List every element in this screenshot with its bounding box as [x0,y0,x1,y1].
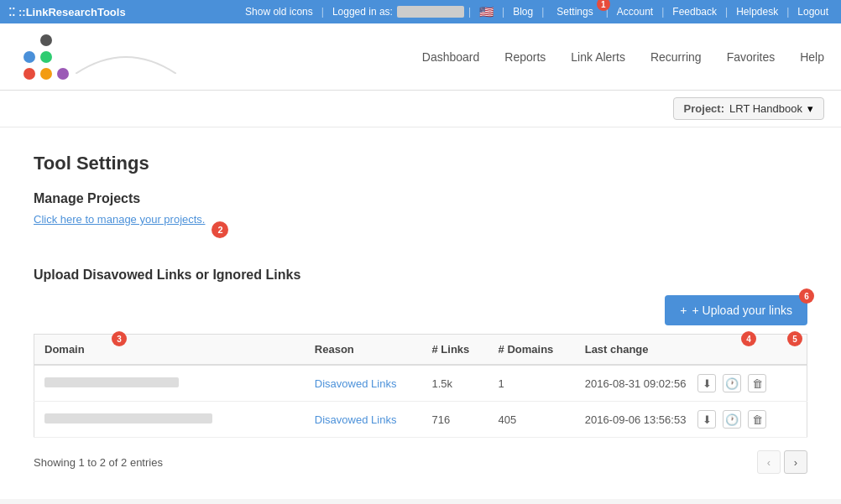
brand-dots: ⁚⁚ [8,6,15,18]
col-reason: Reason [305,335,422,366]
nav-dashboard[interactable]: Dashboard [422,50,480,64]
table-row: Disavowed Links 1.5k 1 2016-08-31 09:02:… [34,365,807,402]
blog-link[interactable]: Blog [509,6,537,18]
upload-btn-wrapper: + + Upload your links 6 [34,295,807,325]
domain-placeholder-2 [44,413,212,423]
domain-placeholder [44,377,179,387]
project-label: Project: [684,102,724,115]
nav-favorites[interactable]: Favorites [727,50,776,64]
curve-svg [76,40,176,74]
row1-reason-link[interactable]: Disavowed Links [315,377,397,390]
col-domain: Domain 3 [34,335,305,366]
row1-links: 1.5k [422,365,488,402]
disavowed-links-table: Domain 3 Reason # Links # Domains Last c… [34,334,807,438]
row2-domains: 405 [488,402,575,438]
row2-last-change: 2016-09-06 13:56:53 ⬇ 🕐 🗑 [575,402,807,438]
main-content: Tool Settings Manage Projects Click here… [0,127,841,499]
show-old-icons-link[interactable]: Show old icons [241,6,317,18]
row1-delete-icon[interactable]: 🗑 [748,374,766,392]
nav-link-alerts[interactable]: Link Alerts [571,50,625,64]
table-entries-count: Showing 1 to 2 of 2 entries [34,456,163,469]
dot-spacer3 [57,51,69,63]
row1-domains: 1 [488,365,575,402]
pagination: ‹ › [757,450,807,474]
upload-links-button[interactable]: + + Upload your links [665,295,807,325]
upload-badge: 6 [799,288,814,304]
dot-red [24,68,35,80]
table-header: Domain 3 Reason # Links # Domains Last c… [34,335,807,366]
logged-in-label: Logged in as: [328,6,397,18]
flag-icon: 🇺🇸 [475,5,498,18]
project-selector-button[interactable]: Project: LRT Handbook ▾ [673,97,824,120]
row2-download-icon[interactable]: ⬇ [697,410,716,429]
username-display [397,6,464,18]
plus-icon: + [680,304,687,317]
col-last-change: Last change 4 5 [575,335,807,366]
logo-dots [17,28,76,86]
row1-download-icon[interactable]: ⬇ [697,374,716,392]
col-domain-badge: 3 [112,331,127,346]
manage-projects-title: Manage Projects [34,191,807,206]
col-actions-badge: 5 [787,331,802,346]
row2-domain [34,402,305,438]
logo-curve [76,40,176,74]
table-header-row: Domain 3 Reason # Links # Domains Last c… [34,335,807,366]
col-lastchange-badge: 4 [741,331,756,346]
row1-reason: Disavowed Links [305,365,422,402]
header: Dashboard Reports Link Alerts Recurring … [0,23,841,91]
row2-delete-icon[interactable]: 🗑 [748,410,766,429]
col-domains: # Domains [488,335,575,366]
project-name: LRT Handbook [729,102,802,115]
row2-reason: Disavowed Links [305,402,422,438]
nav-recurring[interactable]: Recurring [650,50,702,64]
page-title: Tool Settings [34,153,807,174]
logo-area [17,28,176,86]
row2-history-icon[interactable]: 🕐 [723,410,741,429]
dot-yellow [40,68,52,80]
table-footer: Showing 1 to 2 of 2 entries ‹ › [34,450,807,474]
dot-spacer2 [57,34,69,46]
row1-last-change: 2016-08-31 09:02:56 ⬇ 🕐 🗑 [575,365,807,402]
feedback-link[interactable]: Feedback [668,6,721,18]
brand-name: ::LinkResearchTools [18,6,126,18]
project-selector-bar: Project: LRT Handbook ▾ [0,91,841,127]
nav-help[interactable]: Help [800,50,824,64]
settings-link[interactable]: Settings 1 [548,6,601,18]
top-nav: Show old icons | Logged in as: | 🇺🇸 | Bl… [241,5,833,18]
main-nav: Dashboard Reports Link Alerts Recurring … [422,50,824,64]
dot-spacer [24,34,35,46]
prev-page-button[interactable]: ‹ [757,450,781,474]
row1-domain [34,365,305,402]
nav-reports[interactable]: Reports [504,50,546,64]
table-row: Disavowed Links 716 405 2016-09-06 13:56… [34,402,807,438]
account-link[interactable]: Account [613,6,657,18]
col-links: # Links [422,335,488,366]
upload-section-title: Upload Disavowed Links or Ignored Links [34,268,807,283]
top-bar: ⁚⁚ ::LinkResearchTools Show old icons | … [0,0,841,23]
table-body: Disavowed Links 1.5k 1 2016-08-31 09:02:… [34,365,807,438]
row2-links: 716 [422,402,488,438]
upload-btn-label: + Upload your links [692,304,792,317]
row2-reason-link[interactable]: Disavowed Links [315,413,397,426]
manage-projects-link[interactable]: Click here to manage your projects. [34,213,205,226]
logout-link[interactable]: Logout [793,6,833,18]
dot-purple [57,68,69,80]
chevron-down-icon: ▾ [807,102,813,115]
dot-gray [40,34,52,46]
manage-badge: 2 [212,221,228,238]
next-page-button[interactable]: › [784,450,807,474]
row1-history-icon[interactable]: 🕐 [723,374,741,392]
brand: ⁚⁚ ::LinkResearchTools [8,6,126,18]
upload-btn-container: + + Upload your links 6 [665,295,807,325]
dot-green [40,51,52,63]
helpdesk-link[interactable]: Helpdesk [732,6,782,18]
dot-blue [24,51,35,63]
